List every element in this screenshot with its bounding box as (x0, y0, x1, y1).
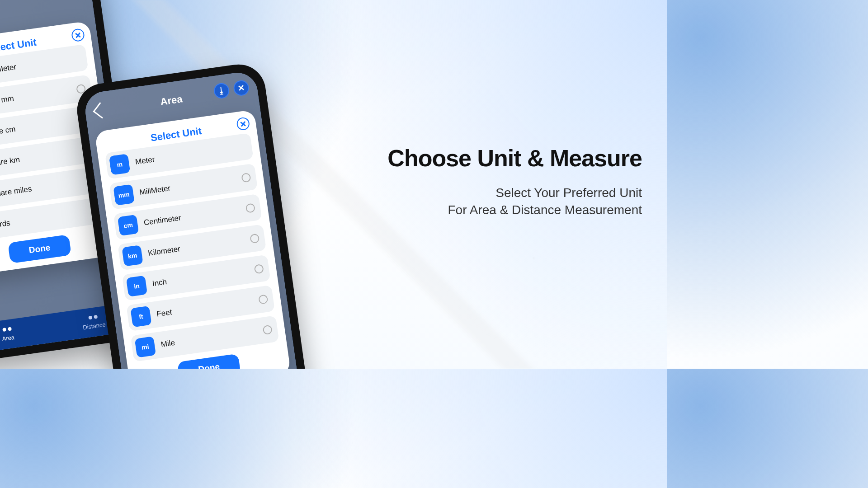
radio-icon[interactable] (262, 325, 273, 335)
unit-label: MiliMeter (139, 184, 171, 197)
unit-badge: km (122, 245, 143, 266)
radio-icon[interactable] (254, 264, 264, 274)
distance-tab-icon (88, 314, 98, 322)
radio-icon[interactable] (245, 203, 256, 213)
unit-label: Square km (0, 155, 20, 169)
unit-label: Meter (135, 155, 156, 167)
unit-label: Square cm (0, 125, 16, 139)
unit-label: Kilometer (147, 244, 181, 258)
unit-label: Square Meter (0, 62, 17, 78)
tab-area[interactable]: Area (0, 314, 53, 355)
unit-label: yards (0, 219, 11, 230)
radio-icon[interactable] (250, 234, 260, 244)
marketing-copy-block: Choose Unit & Measure Select Your Prefer… (344, 145, 642, 219)
unit-label: Feet (156, 308, 172, 319)
close-circle-icon[interactable]: ✕ (232, 80, 250, 97)
unit-label: Inch (152, 277, 168, 288)
unit-badge: mi (135, 336, 156, 357)
unit-label: Mile (160, 338, 176, 349)
radio-icon[interactable] (258, 294, 269, 305)
done-button[interactable]: Done (177, 354, 241, 369)
unit-badge: cm (118, 215, 139, 236)
download-icon[interactable]: ⭳ (213, 82, 230, 99)
unit-label: Centimeter (143, 213, 182, 227)
unit-badge: mm (113, 184, 134, 205)
unit-badge: ft (130, 306, 151, 327)
unit-label: Square miles (0, 184, 33, 200)
unit-list-distance: m Meter mm MiliMeter cm Centimeter km Ki… (105, 133, 279, 362)
done-button[interactable]: Done (8, 235, 71, 263)
headline: Choose Unit & Measure (344, 145, 642, 172)
unit-badge: in (126, 275, 147, 296)
unit-label: Square mm (0, 94, 14, 108)
subheadline: Select Your Preferred Unit For Area & Di… (344, 184, 642, 219)
area-tab-icon (2, 327, 12, 334)
radio-icon[interactable] (241, 173, 251, 183)
unit-badge: m (109, 154, 130, 175)
